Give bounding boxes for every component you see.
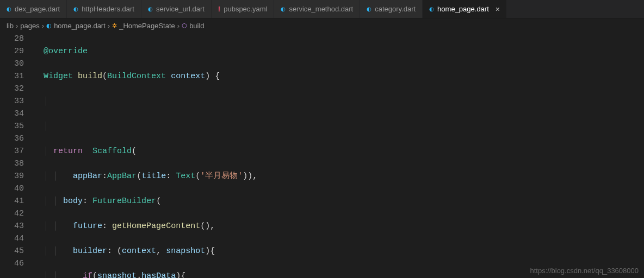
dart-icon: ◐ <box>46 22 52 29</box>
code-line: @override <box>34 45 450 58</box>
line-number: 32 <box>0 83 24 95</box>
line-number: 30 <box>0 58 24 70</box>
method-icon: ⬡ <box>182 22 187 29</box>
line-number: 38 <box>0 157 24 170</box>
bc-lib[interactable]: lib <box>7 22 14 30</box>
tab-service-url[interactable]: ◐service_url.dart <box>141 0 212 18</box>
bc-method[interactable]: build <box>189 22 204 30</box>
tab-label: dex_page.dart <box>15 5 60 13</box>
tab-httpheaders[interactable]: ◐httpHeaders.dart <box>67 0 141 18</box>
tab-label: service_method.dart <box>289 5 353 13</box>
code-area[interactable]: @override Widget build(BuildContext cont… <box>34 33 450 278</box>
dart-icon: ◐ <box>281 6 286 12</box>
tab-dex-page[interactable]: ◐dex_page.dart <box>0 0 67 18</box>
breadcrumb[interactable]: lib › pages › ◐ home_page.dart › ✲ _Home… <box>0 18 644 33</box>
tab-label: pubspec.yaml <box>224 5 267 13</box>
line-number: 41 <box>0 195 24 207</box>
yaml-icon: ! <box>218 5 220 13</box>
class-icon: ✲ <box>112 22 117 29</box>
line-number: 43 <box>0 220 24 232</box>
line-number: 31 <box>0 70 24 83</box>
line-number: 35 <box>0 120 24 132</box>
close-icon[interactable]: × <box>496 5 500 14</box>
bc-pages[interactable]: pages <box>20 22 39 30</box>
line-number: 42 <box>0 207 24 220</box>
dart-icon: ◐ <box>7 6 11 12</box>
line-number: 33 <box>0 95 24 108</box>
tab-home-page[interactable]: ◐home_page.dart× <box>423 0 507 18</box>
tab-bar: ◐dex_page.dart ◐httpHeaders.dart ◐servic… <box>0 0 644 18</box>
code-line: │ return Scaffold( <box>34 145 450 157</box>
bc-file[interactable]: home_page.dart <box>54 22 106 30</box>
line-number: 28 <box>0 33 24 45</box>
tab-service-method[interactable]: ◐service_method.dart <box>274 0 360 18</box>
tab-label: home_page.dart <box>437 5 489 13</box>
bc-class[interactable]: _HomePageState <box>119 22 175 30</box>
tab-label: category.dart <box>375 5 416 13</box>
watermark: https://blog.csdn.net/qq_33608000 <box>530 267 639 275</box>
tab-label: service_url.dart <box>156 5 205 13</box>
dart-icon: ◐ <box>367 6 371 12</box>
line-number: 45 <box>0 245 24 257</box>
chevron-right-icon: › <box>108 22 110 30</box>
line-number: 39 <box>0 170 24 182</box>
line-number: 40 <box>0 182 24 195</box>
chevron-right-icon: › <box>42 22 44 30</box>
tab-label: httpHeaders.dart <box>82 5 134 13</box>
code-line: │ <box>34 95 450 108</box>
tab-pubspec[interactable]: !pubspec.yaml <box>212 0 275 18</box>
code-line: │ │ if(snapshot.hasData){ <box>34 270 450 278</box>
code-line: │ │ appBar:AppBar(title: Text('半月易物')), <box>34 170 450 182</box>
line-number: 46 <box>0 257 24 270</box>
line-number: 37 <box>0 145 24 157</box>
chevron-right-icon: › <box>177 22 179 30</box>
line-number: 44 <box>0 232 24 245</box>
code-line: │ │ body: FutureBuilder( <box>34 195 450 207</box>
code-line: │ <box>34 120 450 132</box>
dart-icon: ◐ <box>429 6 434 12</box>
editor[interactable]: 28 29 30 31 32 33 34 35 36 37 38 39 40 4… <box>0 33 644 278</box>
code-line: Widget build(BuildContext context) { <box>34 70 450 83</box>
line-number: 34 <box>0 108 24 120</box>
dart-icon: ◐ <box>73 6 78 12</box>
chevron-right-icon: › <box>16 22 18 30</box>
code-line: │ │ future: getHomePageContent(), <box>34 220 450 232</box>
line-number: 29 <box>0 45 24 58</box>
gutter: 28 29 30 31 32 33 34 35 36 37 38 39 40 4… <box>0 33 34 278</box>
dart-icon: ◐ <box>148 6 153 12</box>
line-number: 36 <box>0 132 24 145</box>
code-line: │ │ builder: (context, snapshot){ <box>34 245 450 257</box>
tab-category[interactable]: ◐category.dart <box>360 0 423 18</box>
